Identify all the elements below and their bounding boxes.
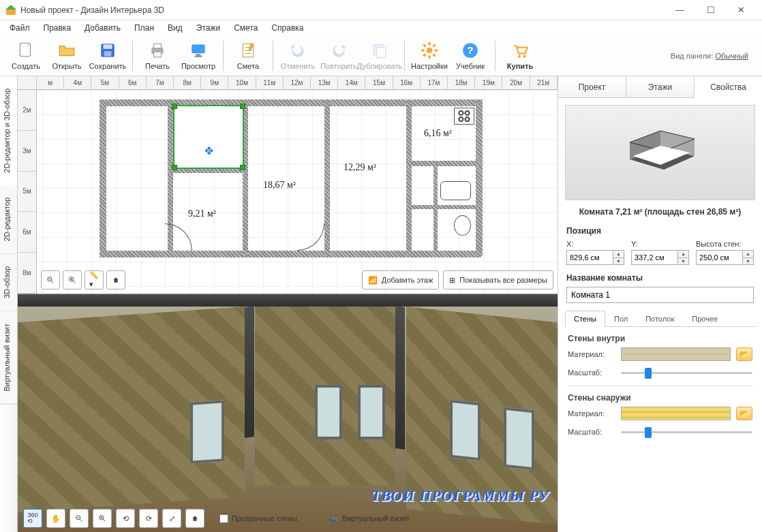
svg-point-33 [459,111,463,115]
cart-icon [510,41,530,60]
zoom-out-3d-button[interactable] [70,509,89,528]
tb-print[interactable]: Печать [137,37,178,75]
ltab-2d[interactable]: 2D-редактор [0,185,17,254]
svg-line-25 [423,44,425,46]
ltab-virtual[interactable]: Виртуальный визит [0,311,17,405]
tb-estimate[interactable]: Смета [228,37,269,75]
close-button[interactable]: ✕ [726,1,757,20]
inside-material-browse[interactable]: 📂 [736,347,752,361]
rtab-props[interactable]: Свойства [695,77,762,98]
menu-floors[interactable]: Этажи [191,22,226,34]
move-icon[interactable]: ✥ [204,144,213,157]
pan-button[interactable]: ✋ [46,509,65,528]
panel-mode-label: Вид панели: Обычный [671,52,757,60]
tb-undo[interactable]: Отменить [277,37,318,75]
tb-duplicate[interactable]: Дублировать [359,37,400,75]
outside-scale-slider[interactable] [621,426,752,438]
stab-other[interactable]: Прочее [683,311,727,327]
tb-settings[interactable]: Настройки [409,37,450,75]
app-icon [5,5,16,16]
tb-save[interactable]: Сохранить [87,37,128,75]
svg-text:?: ? [467,44,473,56]
panel-mode-link[interactable]: Обычный [715,52,748,60]
tb-tutorial[interactable]: ?Учебник [450,37,491,75]
orbit-button[interactable]: 360⟲ [23,509,42,528]
redo-icon [329,41,348,60]
rotate-right-button[interactable]: ⟳ [139,509,158,528]
undo-icon [288,41,307,60]
virtual-visit-button[interactable]: 📹 Виртуальный визит [329,514,410,523]
pos-y-input[interactable]: ▲▼ [631,250,689,265]
walls-inside-title: Стены внутри [568,334,752,343]
notepad-icon [239,41,258,60]
tb-open[interactable]: Открыть [46,37,87,75]
rtab-project[interactable]: Проект [558,76,626,97]
home-button[interactable] [106,270,125,290]
inside-scale-slider[interactable] [621,366,752,379]
stab-ceiling[interactable]: Потолок [637,311,683,327]
minimize-button[interactable]: — [665,1,695,20]
stab-walls[interactable]: Стены [565,311,605,327]
menu-file[interactable]: Файл [4,22,35,34]
zoom-out-button[interactable] [41,270,60,290]
fixture-toilet[interactable] [454,215,471,236]
svg-marker-1 [5,5,16,10]
zoom-in-button[interactable] [63,270,82,290]
menu-edit[interactable]: Правка [38,22,77,34]
inside-material-swatch[interactable] [621,347,731,361]
svg-point-36 [466,117,470,121]
rotate-left-button[interactable]: ⟲ [116,509,135,528]
show-sizes-button[interactable]: ⊞Показывать все размеры [443,270,553,290]
menu-add[interactable]: Добавить [79,22,126,34]
left-tabs: 2D-редактор и 3D-обзор 2D-редактор 3D-об… [0,76,18,532]
room-preview [565,105,755,200]
fixture-sink[interactable] [440,181,471,200]
outside-material-swatch[interactable] [621,407,731,420]
tb-create[interactable]: Создать [5,37,46,75]
stab-floor[interactable]: Пол [605,311,637,327]
tb-redo[interactable]: Повторить [318,37,359,75]
view-3d[interactable]: 360⟲ ✋ ⟲ ⟳ ⤢ Прозрачные стены 📹 Виртуаль… [18,294,558,532]
walls-outside-title: Стены снаружи [568,393,752,403]
room-area-3: 12,29 м² [344,162,376,173]
dimensions-icon: ⊞ [449,276,455,285]
menu-help[interactable]: Справка [266,22,309,34]
menu-plan[interactable]: План [129,22,159,34]
home-3d-button[interactable] [185,509,204,528]
floorplan[interactable]: ✥ 7,21 м² 6,16 м² 12,29 м² 18,67 м² 9,21… [100,99,536,270]
maximize-button[interactable]: ☐ [695,1,726,20]
svg-point-31 [518,55,521,58]
add-floor-button[interactable]: 📶Добавить этаж [362,270,439,290]
measure-button[interactable]: 📏 ▾ [85,270,104,290]
menu-view[interactable]: Вид [162,22,188,34]
view3d-toolbar: 360⟲ ✋ ⟲ ⟳ ⤢ Прозрачные стены 📹 Виртуаль… [23,509,558,528]
save-icon [98,41,117,60]
zoom-in-3d-button[interactable] [93,509,112,528]
ltab-2d-3d[interactable]: 2D-редактор и 3D-обзор [0,76,17,185]
svg-line-27 [423,54,425,56]
selected-room[interactable]: ✥ [173,105,244,169]
camera-icon: 📹 [329,514,338,523]
svg-marker-52 [192,516,198,521]
transparent-walls-check[interactable]: Прозрачные стены [219,514,297,523]
duplicate-icon [370,41,389,60]
ltab-3d[interactable]: 3D-обзор [0,254,17,311]
pos-x-input[interactable]: ▲▼ [566,250,624,265]
tb-buy[interactable]: Купить [500,37,540,75]
menu-estimate[interactable]: Смета [228,22,263,34]
view-2d[interactable]: 2м3м5м6м8м [18,90,558,294]
window-title: Новый проект - Дизайн Интерьера 3D [20,5,665,15]
room-name-title: Название комнаты [558,270,762,285]
reset-view-button[interactable]: ⤢ [162,509,181,528]
right-panel: Проект Этажи Свойства Комната 7,21 м² (п… [558,76,762,532]
room-name-input[interactable] [566,287,754,303]
toolbar: Создать Открыть Сохранить Печать Просмот… [0,35,762,76]
tb-preview[interactable]: Просмотр [178,37,219,75]
room-area-2: 6,16 м² [424,128,452,139]
outside-material-browse[interactable]: 📂 [736,407,752,420]
wall-height-input[interactable]: ▲▼ [696,250,754,265]
svg-marker-44 [113,277,119,283]
rtab-floors[interactable]: Этажи [626,76,695,97]
folder-open-icon [57,41,76,60]
fixture-stove[interactable] [454,108,474,125]
